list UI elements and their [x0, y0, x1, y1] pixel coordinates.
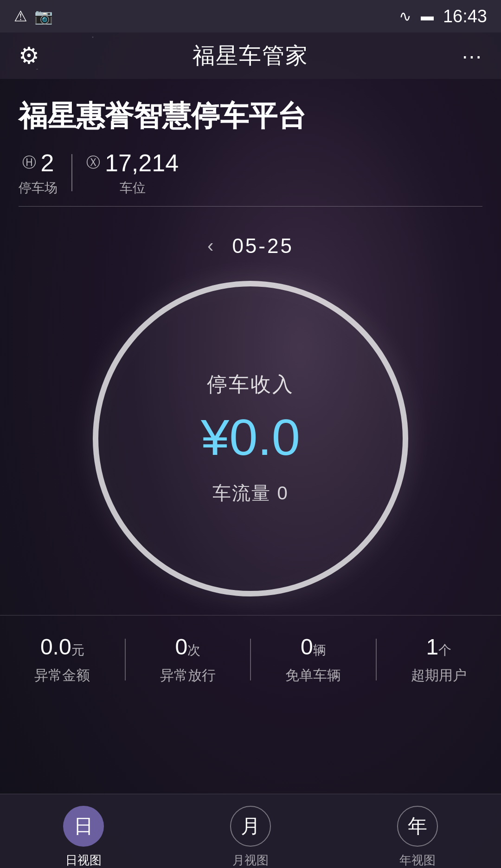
abnormal-amount-stat: 0.0元 异常金额 — [0, 634, 125, 685]
info-section: 福星惠誉智慧停车平台 Ⓗ 2 停车场 Ⓧ 17,214 车位 — [0, 79, 501, 220]
tab-daily[interactable]: 日 日视图 — [63, 806, 104, 868]
free-vehicle-value: 0辆 — [301, 634, 326, 660]
tab-yearly[interactable]: 年 年视图 — [397, 806, 438, 868]
tab-yearly-circle: 年 — [397, 806, 438, 847]
notification-icon: ⚠ — [14, 7, 27, 25]
abnormal-amount-label: 异常金额 — [34, 666, 90, 685]
abnormal-release-stat: 0次 异常放行 — [126, 634, 250, 685]
section-divider — [19, 206, 482, 207]
circle-gauge: 停车收入 ¥0.0 车流量 0 — [93, 281, 408, 596]
parking-lot-count: 2 — [41, 149, 54, 177]
parking-space-icon: Ⓧ — [86, 153, 100, 172]
status-left: ⚠ 📷 — [14, 7, 53, 25]
tab-yearly-label: 年视图 — [399, 852, 436, 868]
more-icon[interactable]: ··· — [462, 43, 482, 68]
bottom-stats: 0.0元 异常金额 0次 异常放行 0辆 免单车辆 1个 超期用户 — [0, 615, 501, 699]
parking-lot-stat: Ⓗ 2 停车场 — [19, 149, 71, 197]
free-vehicle-label: 免单车辆 — [285, 666, 341, 685]
wifi-icon: ∿ — [399, 7, 411, 25]
info-stats: Ⓗ 2 停车场 Ⓧ 17,214 车位 — [19, 149, 482, 197]
tab-monthly-label: 月视图 — [232, 852, 269, 868]
parking-space-count: 17,214 — [105, 149, 179, 177]
header: ⚙ 福星车管家 ··· — [0, 32, 501, 79]
parking-lot-number-row: Ⓗ 2 — [22, 149, 54, 177]
abnormal-release-value: 0次 — [175, 634, 200, 660]
battery-icon: ▬ — [421, 9, 434, 24]
current-date: 05-25 — [232, 234, 294, 258]
abnormal-release-label: 异常放行 — [160, 666, 216, 685]
platform-title: 福星惠誉智慧停车平台 — [19, 97, 482, 135]
income-label: 停车收入 — [207, 371, 294, 398]
abnormal-amount-value: 0.0元 — [40, 634, 84, 660]
tab-daily-circle: 日 — [63, 806, 104, 847]
parking-lot-label: 停车场 — [19, 179, 58, 197]
overdue-user-stat: 1个 超期用户 — [377, 634, 501, 685]
tab-daily-label: 日视图 — [65, 852, 102, 868]
status-right: ∿ ▬ 16:43 — [399, 6, 487, 26]
settings-icon[interactable]: ⚙ — [19, 42, 39, 69]
image-icon: 📷 — [34, 7, 53, 25]
parking-space-stat: Ⓧ 17,214 车位 — [72, 149, 193, 197]
free-vehicle-stat: 0辆 免单车辆 — [251, 634, 376, 685]
parking-space-label: 车位 — [120, 179, 146, 197]
overdue-user-label: 超期用户 — [411, 666, 467, 685]
status-bar: ⚠ 📷 ∿ ▬ 16:43 — [0, 0, 501, 32]
parking-space-number-row: Ⓧ 17,214 — [86, 149, 179, 177]
income-amount: ¥0.0 — [201, 408, 300, 466]
flow-label: 车流量 0 — [212, 480, 288, 506]
parking-icon: Ⓗ — [22, 153, 36, 172]
tab-monthly-circle: 月 — [230, 806, 271, 847]
tab-monthly[interactable]: 月 月视图 — [230, 806, 271, 868]
prev-date-button[interactable]: ‹ — [207, 235, 213, 256]
app-title: 福星车管家 — [193, 41, 308, 71]
tab-bar: 日 日视图 月 月视图 年 年视图 — [0, 794, 501, 868]
clock: 16:43 — [443, 6, 487, 26]
overdue-user-value: 1个 — [426, 634, 451, 660]
gauge-container: 停车收入 ¥0.0 车流量 0 — [0, 262, 501, 615]
date-nav: ‹ 05-25 — [0, 220, 501, 262]
